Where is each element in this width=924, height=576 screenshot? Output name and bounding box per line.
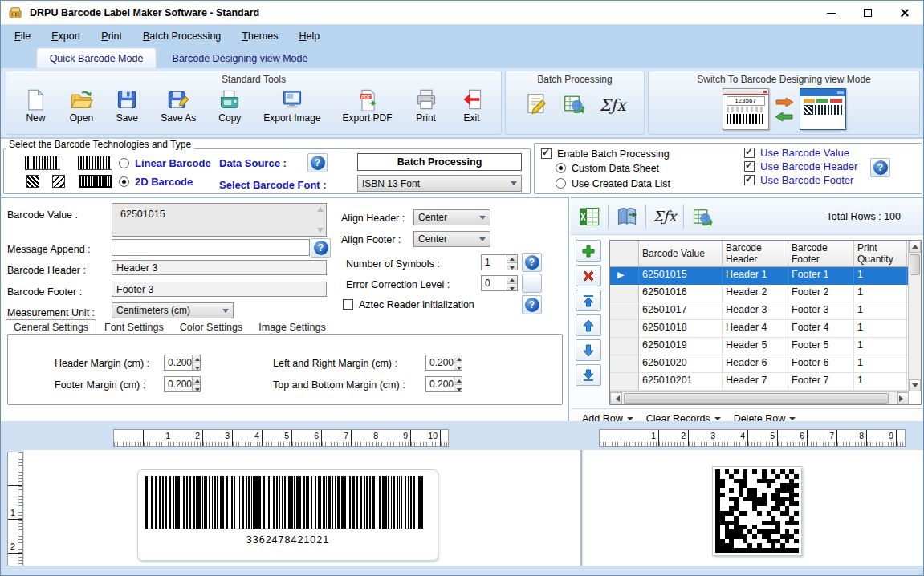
spin-down-icon[interactable] — [454, 385, 462, 392]
cell-barcode-header[interactable]: Header 3 — [723, 302, 788, 319]
menu-item[interactable]: Help — [288, 27, 330, 45]
menu-item[interactable]: File — [4, 27, 41, 45]
align-header-select[interactable]: Center — [413, 209, 490, 225]
scroll-up-button[interactable] — [909, 241, 921, 253]
measurement-unit-select[interactable]: Centimeters (cm) — [112, 302, 234, 318]
row-selector-cell[interactable] — [610, 320, 639, 337]
top-bottom-margin-spinner[interactable]: 0.200 — [425, 376, 462, 392]
spin-up-icon[interactable] — [454, 355, 462, 363]
spin-up-icon[interactable] — [193, 355, 200, 363]
row-selector-cell[interactable] — [610, 302, 639, 319]
delete-row-button[interactable] — [576, 265, 601, 286]
save-as-button[interactable]: Save As — [157, 87, 199, 125]
table-row[interactable]: 62501015 Header 1 Footer 1 1 — [610, 267, 921, 285]
spin-down-icon[interactable] — [454, 363, 462, 371]
cell-barcode-footer[interactable]: Footer 3 — [788, 302, 854, 319]
message-append-help-button[interactable] — [311, 238, 331, 258]
cell-barcode-value[interactable]: 62501020 — [639, 355, 723, 372]
move-row-top-button[interactable] — [576, 290, 601, 311]
grid-vertical-scrollbar[interactable] — [908, 241, 921, 391]
message-append-input[interactable] — [112, 239, 310, 256]
2d-barcode-radio[interactable] — [119, 176, 129, 187]
row-selector-cell[interactable] — [610, 267, 639, 284]
row-selector-cell[interactable] — [610, 285, 639, 302]
left-right-margin-spinner[interactable]: 0.200 — [425, 355, 462, 371]
import-data-button[interactable] — [609, 205, 645, 228]
cell-barcode-header[interactable]: Header 1 — [723, 267, 788, 284]
spin-up-icon[interactable] — [507, 255, 517, 263]
cell-barcode-value[interactable]: 62501018 — [639, 320, 723, 337]
cell-print-quantity[interactable]: 1 — [854, 285, 907, 302]
cell-print-quantity[interactable]: 1 — [854, 338, 907, 355]
aztec-help-button[interactable] — [522, 295, 542, 314]
cell-barcode-footer[interactable]: Footer 5 — [788, 338, 854, 355]
scroll-left-button[interactable] — [610, 392, 622, 404]
menu-item[interactable]: Export — [41, 27, 91, 45]
custom-data-sheet-radio[interactable] — [556, 163, 566, 173]
table-row[interactable]: 625010201 Header 7 Footer 7 1 — [610, 373, 921, 391]
export-pdf-button[interactable]: PDF Export PDF — [340, 87, 396, 125]
export-datasheet-button[interactable] — [684, 205, 721, 228]
tab-font-settings[interactable]: Font Settings — [96, 319, 172, 335]
spin-down-icon[interactable] — [193, 385, 200, 392]
symbols-help-button[interactable] — [522, 253, 542, 272]
grid-horizontal-scrollbar[interactable] — [610, 391, 909, 404]
sigma-fx-button[interactable]: Σƒx — [646, 208, 683, 225]
save-button[interactable]: Save — [112, 87, 142, 125]
horizontal-scroll-thumb[interactable] — [624, 393, 889, 404]
spin-up-icon[interactable] — [507, 276, 517, 284]
barcode-header-input[interactable]: Header 3 — [112, 260, 327, 275]
cell-barcode-value[interactable]: 62501015 — [639, 267, 723, 284]
barcode-value-input[interactable]: 62501015 — [112, 203, 327, 237]
barcode-footer-input[interactable]: Footer 3 — [112, 282, 327, 297]
grid-header-barcode-header[interactable]: Barcode Header — [723, 241, 788, 266]
cell-barcode-header[interactable]: Header 2 — [723, 285, 788, 302]
linear-barcode-radio[interactable] — [119, 158, 129, 168]
open-button[interactable]: Open — [66, 87, 96, 125]
spin-down-icon[interactable] — [507, 284, 517, 291]
cell-print-quantity[interactable]: 1 — [854, 320, 907, 337]
cell-barcode-footer[interactable]: Footer 1 — [788, 267, 854, 284]
cell-print-quantity[interactable]: 1 — [854, 267, 907, 284]
open-excel-button[interactable] — [571, 205, 608, 228]
cell-barcode-footer[interactable]: Footer 4 — [788, 320, 854, 337]
copy-button[interactable]: Copy — [214, 87, 245, 125]
row-selector-cell[interactable] — [610, 338, 639, 355]
scroll-down-button[interactable] — [909, 379, 921, 391]
edit-datasheet-button[interactable] — [524, 91, 548, 118]
tab-quick-barcode-mode[interactable]: Quick Barcode Mode — [37, 48, 156, 68]
tab-general-settings[interactable]: General Settings — [6, 319, 96, 335]
add-row-button[interactable] — [576, 240, 601, 262]
spin-up-icon[interactable] — [454, 377, 462, 385]
switch-mode-button[interactable]: 123567 — [649, 85, 919, 130]
grid-header-barcode-value[interactable]: Barcode Value — [639, 241, 723, 266]
menu-item[interactable]: Batch Processing — [132, 27, 231, 45]
tab-barcode-designing-view-mode[interactable]: Barcode Designing view Mode — [164, 48, 316, 68]
cell-barcode-footer[interactable]: Footer 6 — [788, 355, 854, 372]
align-footer-select[interactable]: Center — [413, 231, 490, 247]
enable-batch-checkbox[interactable] — [541, 148, 552, 159]
cell-barcode-value[interactable]: 62501017 — [639, 302, 723, 319]
cell-barcode-footer[interactable]: Footer 2 — [788, 285, 854, 302]
spin-down-icon[interactable] — [507, 263, 517, 270]
number-of-symbols-spinner[interactable]: 1 — [481, 254, 518, 270]
export-excel-button[interactable] — [562, 91, 586, 118]
scroll-down-icon[interactable] — [317, 228, 324, 233]
table-row[interactable]: 62501019 Header 5 Footer 5 1 — [610, 338, 921, 355]
cell-barcode-header[interactable]: Header 5 — [723, 338, 788, 355]
maximize-button[interactable] — [849, 1, 886, 25]
use-barcode-header-checkbox[interactable] — [744, 161, 755, 172]
cell-barcode-header[interactable]: Header 4 — [723, 320, 788, 337]
cell-barcode-footer[interactable]: Footer 7 — [788, 373, 854, 390]
spin-up-icon[interactable] — [193, 377, 200, 385]
aztec-reader-checkbox[interactable] — [343, 299, 353, 310]
vertical-scroll-thumb[interactable] — [910, 254, 920, 275]
grid-header-print-quantity[interactable]: Print Quantity — [854, 241, 907, 266]
menu-item[interactable]: Print — [91, 27, 132, 45]
cell-print-quantity[interactable]: 1 — [854, 355, 907, 372]
cell-barcode-value[interactable]: 625010201 — [639, 373, 723, 390]
use-barcode-value-checkbox[interactable] — [744, 148, 755, 158]
linear-barcode-preview[interactable]: 3362478421021 — [137, 469, 438, 561]
header-margin-spinner[interactable]: 0.200 — [164, 355, 201, 371]
error-correction-spinner[interactable]: 0 — [481, 275, 518, 291]
